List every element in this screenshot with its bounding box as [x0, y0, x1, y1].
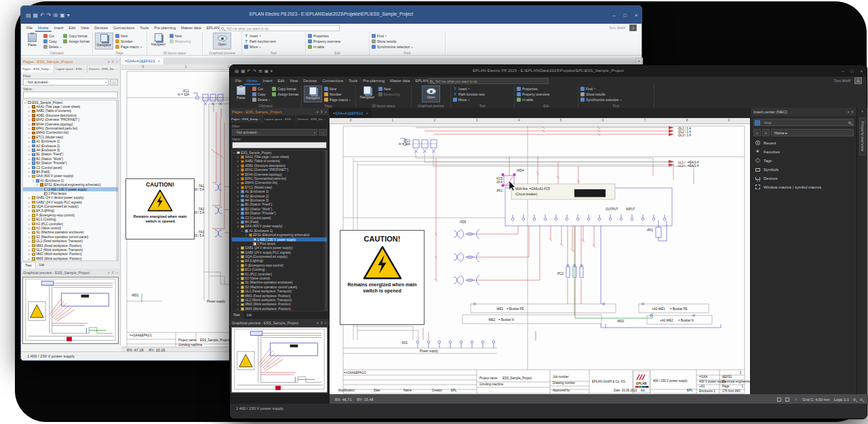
ribbon-tab[interactable]: Pre-planning — [151, 24, 178, 32]
tree-tab[interactable]: Tree — [230, 312, 243, 319]
panel-pin-icon[interactable]: ⊼ — [111, 271, 114, 275]
assign-format-button[interactable]: Assign format — [63, 39, 90, 45]
tree-tab[interactable]: Tree — [21, 262, 36, 269]
close-button[interactable]: × — [635, 13, 637, 18]
insert-text-button[interactable]: TInsert▾ — [453, 86, 485, 91]
show-results-button[interactable]: Show results — [372, 39, 413, 43]
ribbon-tab[interactable]: Tools — [137, 24, 151, 32]
insert-center-find-input[interactable]: Find — [753, 119, 854, 126]
measuring-button[interactable]: Measuring — [170, 39, 191, 45]
insert-center-item[interactable]: Favorites — [751, 147, 856, 156]
panel-dropdown-icon[interactable]: ▾ — [108, 271, 110, 275]
copy-button[interactable]: Copy — [43, 39, 61, 43]
synchronize-selection-button[interactable]: Synchronize selection▾ — [372, 45, 413, 50]
zoom-in-icon[interactable] — [853, 398, 856, 401]
add-icon[interactable]: + — [762, 129, 770, 136]
panel-dropdown-icon[interactable]: ▾ — [848, 110, 850, 114]
panel-close-icon[interactable]: × — [325, 321, 327, 325]
pages-panel-header[interactable]: Pages - ESS_Sample_Project ▾⊼× — [230, 108, 329, 115]
ribbon-tab[interactable]: Edit — [66, 24, 79, 32]
ribbon-tab[interactable]: Insert — [260, 77, 275, 85]
close-button[interactable]: × — [860, 69, 863, 73]
paste-button[interactable]: Paste — [232, 85, 250, 102]
page-number-button[interactable]: Number — [324, 92, 351, 96]
properties-button[interactable]: Properties — [517, 86, 549, 91]
tree-scrollbar[interactable] — [325, 151, 327, 311]
graphical-preview-header[interactable]: Graphical preview - ESS_Sample_Project ▾… — [21, 269, 120, 276]
space-new-button[interactable]: New — [378, 86, 399, 92]
minimize-button[interactable]: – — [613, 13, 616, 18]
page-macro-button[interactable]: Page macro▾ — [115, 45, 142, 50]
dock-tab-layout-space[interactable]: Layout space - ESS_Sa... — [263, 115, 296, 123]
insert-center-item[interactable]: Window macros / symbol macros — [751, 182, 856, 191]
document-tab[interactable]: =GAA+A1&EFS1/1× — [330, 108, 372, 118]
ribbon-tab[interactable]: Master data — [387, 77, 413, 85]
panel-dropdown-icon[interactable]: ▾ — [317, 110, 319, 114]
list-tab[interactable]: List — [36, 262, 47, 269]
dock-tab-pages[interactable]: Pages - ESS_Sample_P... — [21, 65, 54, 73]
panel-pin-icon[interactable]: ⊼ — [320, 321, 323, 325]
tell-me-search-input[interactable]: Tell me what you want to do — [428, 78, 549, 85]
ribbon-tab[interactable]: Pre-planning — [360, 77, 387, 85]
tree-scrollbar[interactable] — [116, 100, 118, 261]
insert-center-item[interactable]: Tags — [751, 156, 856, 165]
ribbon-tab[interactable]: Edit — [275, 77, 288, 85]
ribbon-tab[interactable]: Tools — [346, 77, 360, 85]
dock-tab-layout-space[interactable]: Layout space - ESS_Sa... — [54, 65, 87, 73]
panel-pin-icon[interactable]: ⊼ — [111, 60, 114, 64]
paste-button[interactable]: Paste — [23, 33, 41, 50]
panel-dropdown-icon[interactable]: ▾ — [317, 321, 319, 325]
tree-item[interactable]: ▸ MM3 (Work workpiece: Position) — [23, 256, 118, 261]
home-icon[interactable]: ⌂ — [753, 129, 761, 136]
ribbon-tab[interactable]: Connections — [111, 24, 137, 32]
delete-button[interactable]: Delete▾ — [43, 45, 61, 50]
open-preview-button[interactable]: Open — [422, 85, 440, 102]
insert-text-button[interactable]: TInsert▾ — [244, 33, 276, 38]
tell-me-search-input[interactable]: Tell me what you want to do — [219, 25, 340, 32]
page-new-button[interactable]: New — [324, 86, 351, 91]
snap-icon[interactable] — [777, 398, 781, 402]
filter-select[interactable]: - Not activated -▾ — [23, 79, 108, 85]
properties-button[interactable]: Properties — [308, 33, 340, 38]
synchronize-selection-button[interactable]: Synchronize selection▾ — [580, 98, 622, 102]
graphical-preview-header[interactable]: Graphical preview - ESS_Sample_Project ▾… — [230, 319, 329, 326]
path-function-text-button[interactable]: TPath function text — [453, 92, 485, 96]
filter-more-button[interactable]: ... — [110, 79, 118, 85]
ribbon-tab[interactable]: Master data — [178, 24, 204, 32]
graphical-preview-thumbnail[interactable] — [231, 327, 328, 393]
insert-center-item[interactable]: Devices — [751, 174, 856, 182]
page-new-button[interactable]: New — [115, 33, 142, 38]
delete-button[interactable]: Delete▾ — [252, 98, 270, 102]
list-tab[interactable]: List — [243, 312, 255, 319]
cut-button[interactable]: Cut — [252, 86, 270, 91]
property-overview-button[interactable]: Property overview — [517, 92, 549, 96]
find-button[interactable]: Find▾ — [580, 86, 622, 91]
ribbon-tab[interactable]: Devices — [92, 24, 111, 32]
copy-format-button[interactable]: Copy format — [272, 86, 298, 92]
avatar[interactable]: ☺ — [629, 24, 637, 31]
tree-item[interactable]: ▸ MM3 (Work workpiece: Position) — [232, 307, 327, 311]
page-navigator-button[interactable]: Navigator — [95, 33, 113, 50]
move-button[interactable]: Move▾ — [244, 45, 276, 50]
graphical-preview-thumbnail[interactable] — [22, 277, 119, 344]
panel-pin-icon[interactable]: ⊼ — [320, 110, 323, 114]
maximize-button[interactable]: □ — [851, 69, 854, 73]
in-table-button[interactable]: In table — [517, 98, 549, 102]
value-input[interactable] — [232, 142, 327, 149]
page-navigator-button[interactable]: Navigator — [304, 85, 322, 102]
move-button[interactable]: Move▾ — [453, 98, 485, 102]
ribbon-tab[interactable]: Connections — [319, 77, 346, 85]
page-macro-button[interactable]: Page macro▾ — [324, 98, 351, 102]
property-overview-button[interactable]: Property overview — [308, 39, 340, 43]
ribbon-tab[interactable]: View — [78, 24, 92, 32]
ribbon-tab[interactable]: Home — [35, 24, 52, 32]
document-tab[interactable]: =GAA+A1&EFS1/1× — [121, 58, 163, 64]
panel-pin-icon[interactable]: ⊼ — [851, 110, 854, 114]
in-table-button[interactable]: In table — [308, 45, 340, 50]
close-tab-icon[interactable]: × — [366, 111, 368, 115]
insert-center-item[interactable]: Recent — [751, 138, 856, 147]
ribbon-tab[interactable]: Devices — [300, 77, 319, 85]
panel-close-icon[interactable]: × — [116, 271, 118, 275]
ribbon-tab[interactable]: File — [24, 24, 35, 32]
space-navigator-button[interactable]: Navigator — [149, 33, 167, 50]
